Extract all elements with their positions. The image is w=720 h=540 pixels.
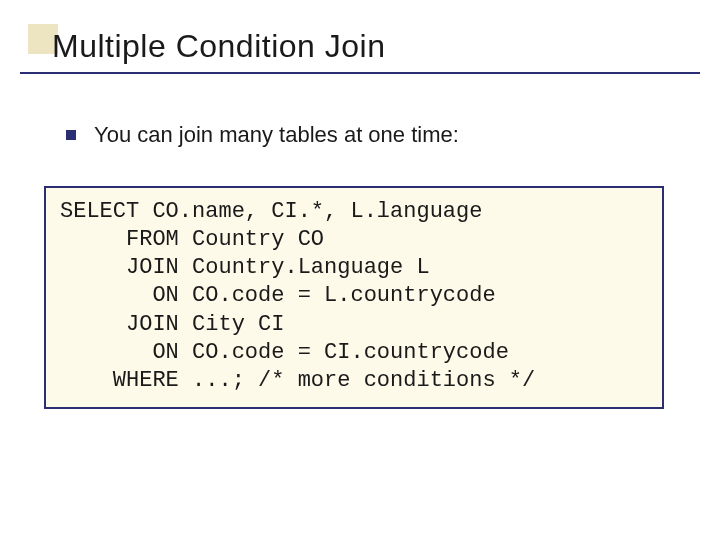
code-line-4: ON CO.code = L.countrycode	[60, 283, 496, 308]
title-underline	[20, 72, 700, 74]
code-line-2: FROM Country CO	[60, 227, 324, 252]
bullet-square-icon	[66, 130, 76, 140]
slide: Multiple Condition Join You can join man…	[0, 0, 720, 540]
code-line-6: ON CO.code = CI.countrycode	[60, 340, 509, 365]
code-line-1: SELECT CO.name, CI.*, L.language	[60, 199, 482, 224]
bullet-text: You can join many tables at one time:	[94, 122, 459, 148]
slide-title: Multiple Condition Join	[52, 28, 385, 65]
bullet-row: You can join many tables at one time:	[66, 122, 459, 148]
sql-code-box: SELECT CO.name, CI.*, L.language FROM Co…	[44, 186, 664, 409]
code-line-3: JOIN Country.Language L	[60, 255, 430, 280]
sql-code: SELECT CO.name, CI.*, L.language FROM Co…	[60, 198, 648, 395]
code-line-5: JOIN City CI	[60, 312, 284, 337]
code-line-7: WHERE ...; /* more conditions */	[60, 368, 535, 393]
